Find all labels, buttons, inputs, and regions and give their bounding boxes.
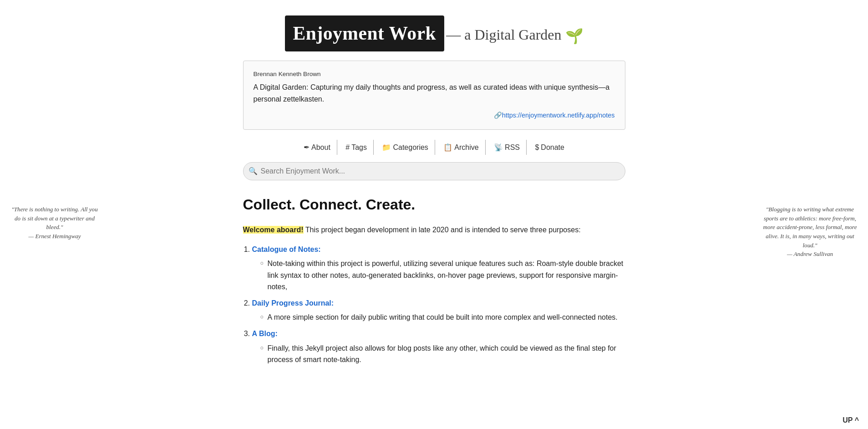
main-heading: Collect. Connect. Create. (243, 193, 625, 216)
catalogue-detail: Note-taking within this project is power… (260, 258, 625, 293)
blog-detail: Finally, this Jekyll project also allows… (260, 342, 625, 366)
center-column: Enjoyment Work — a Digital Garden 🌱 Bren… (234, 0, 635, 388)
author-name: Brennan Kenneth Brown (254, 69, 615, 79)
journal-detail: A more simple section for daily public w… (260, 312, 625, 323)
blog-link[interactable]: A Blog: (252, 330, 278, 337)
nav-tags[interactable]: #Tags (339, 140, 374, 155)
purposes-list: Catalogue of Notes: Note-taking within t… (252, 244, 625, 366)
site-subtitle: — a Digital Garden 🌱 (446, 26, 583, 43)
blog-sub-list: Finally, this Jekyll project also allows… (260, 342, 625, 366)
page-wrapper: "There is nothing to writing. All you do… (0, 0, 868, 429)
back-to-top-button[interactable]: UP ^ (843, 416, 859, 424)
list-item-2: Daily Progress Journal: A more simple se… (252, 297, 625, 323)
intro-rest: This project began development in late 2… (304, 226, 581, 234)
rss-icon: 📡 (494, 143, 503, 151)
link-url: https://enjoymentwork.netlify.app/notes (502, 112, 615, 119)
tags-icon: # (345, 143, 350, 151)
welcome-highlight: Welcome aboard! (243, 226, 304, 234)
donate-icon: $ (535, 143, 539, 151)
nav-donate[interactable]: $Donate (528, 140, 571, 155)
link-icon: 🔗 (494, 112, 502, 119)
right-quote: "Blogging is to writing what extreme spo… (761, 205, 859, 259)
search-container: 🔍 (243, 162, 625, 180)
main-content: Collect. Connect. Create. Welcome aboard… (243, 193, 625, 366)
nav-about[interactable]: ✒About (297, 140, 337, 155)
right-quote-attribution: — Andrew Sullivan (787, 250, 833, 257)
nav-categories[interactable]: 📁Categories (376, 140, 435, 155)
categories-icon: 📁 (382, 143, 391, 151)
about-icon: ✒ (304, 143, 310, 151)
left-quote: "There is nothing to writing. All you do… (9, 205, 100, 241)
site-description: A Digital Garden: Capturing my daily tho… (254, 82, 615, 105)
catalogue-sub-list: Note-taking within this project is power… (260, 258, 625, 293)
site-link[interactable]: 🔗https://enjoymentwork.netlify.app/notes (254, 110, 615, 121)
right-quote-text: "Blogging is to writing what extreme spo… (763, 206, 857, 249)
search-icon: 🔍 (249, 165, 258, 177)
intro-paragraph: Welcome aboard! This project began devel… (243, 224, 625, 236)
plant-icon: 🌱 (565, 28, 584, 44)
back-to-top-label: UP ^ (843, 416, 859, 424)
archive-icon: 📋 (443, 143, 452, 151)
nav-archive[interactable]: 📋Archive (437, 140, 485, 155)
journal-link[interactable]: Daily Progress Journal: (252, 299, 334, 307)
left-quote-attribution: — Ernest Hemingway (28, 233, 81, 240)
main-nav: ✒About #Tags 📁Categories 📋Archive 📡RSS $… (243, 140, 625, 155)
info-card: Brennan Kenneth Brown A Digital Garden: … (243, 61, 625, 130)
site-title-badge: Enjoyment Work (285, 15, 445, 51)
catalogue-link[interactable]: Catalogue of Notes: (252, 245, 321, 253)
search-wrapper: 🔍 (243, 162, 625, 180)
subtitle-text: — a Digital Garden (446, 26, 561, 43)
search-input[interactable] (243, 162, 625, 180)
site-title-area: Enjoyment Work — a Digital Garden 🌱 (243, 15, 625, 51)
left-quote-text: "There is nothing to writing. All you do… (11, 206, 97, 230)
journal-sub-list: A more simple section for daily public w… (260, 312, 625, 323)
list-item-3: A Blog: Finally, this Jekyll project als… (252, 328, 625, 366)
list-item-1: Catalogue of Notes: Note-taking within t… (252, 244, 625, 293)
nav-rss[interactable]: 📡RSS (487, 140, 527, 155)
